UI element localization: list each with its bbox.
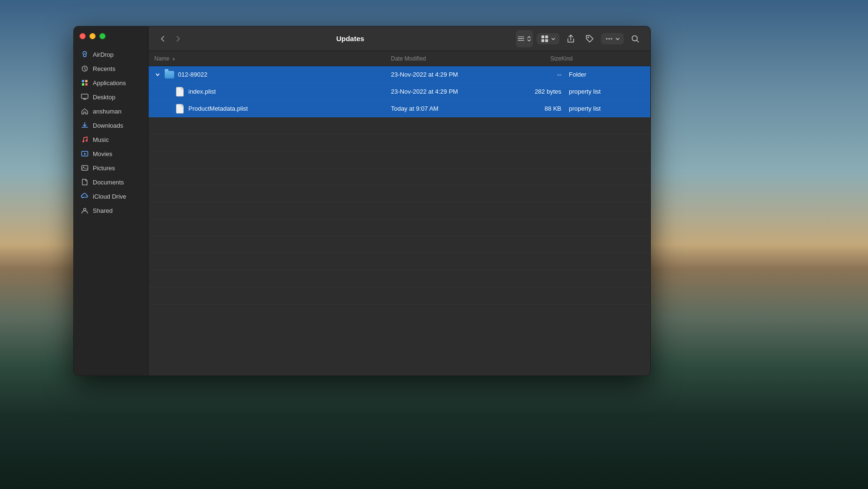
svg-point-8 (86, 140, 88, 142)
column-header-date[interactable]: Date Modified (391, 55, 500, 62)
svg-point-21 (606, 38, 608, 39)
sidebar-item-shared[interactable]: Shared (76, 204, 146, 217)
no-expand-2 (165, 105, 171, 112)
empty-row-6 (149, 202, 650, 219)
expand-button[interactable] (154, 71, 161, 78)
column-header-name[interactable]: Name ▲ (154, 55, 391, 62)
movies-icon (80, 149, 89, 158)
sidebar-item-desktop-label: Desktop (93, 94, 115, 101)
plist-icon (175, 87, 185, 96)
documents-icon (80, 178, 89, 186)
empty-row-3 (149, 151, 650, 168)
column-header-size[interactable]: Size (500, 55, 561, 62)
sidebar-item-home-label: anshuman (93, 108, 122, 115)
empty-row-8 (149, 236, 650, 253)
back-button[interactable] (156, 32, 169, 45)
column-header-kind[interactable]: Kind (561, 55, 645, 62)
downloads-icon (80, 121, 89, 130)
index-plist-date: 23-Nov-2022 at 4:29 PM (391, 88, 500, 95)
svg-rect-16 (541, 35, 544, 38)
sidebar-item-recents-label: Recents (93, 65, 115, 72)
sidebar-item-home[interactable]: anshuman (76, 105, 146, 118)
svg-rect-4 (82, 83, 84, 86)
traffic-lights (80, 33, 106, 39)
applications-icon (80, 79, 89, 87)
productmetadata-kind: property list (561, 105, 645, 112)
icon-view-toggle[interactable] (537, 33, 559, 44)
productmetadata-name-cell: ProductMetadata.plist (154, 104, 391, 114)
sidebar-item-downloads[interactable]: Downloads (76, 119, 146, 132)
no-expand (165, 88, 171, 95)
sidebar-item-documents[interactable]: Documents (76, 175, 146, 189)
sidebar-item-downloads-label: Downloads (93, 122, 123, 129)
sidebar-item-shared-label: Shared (93, 207, 113, 214)
sidebar-item-airdrop[interactable]: AirDrop (76, 48, 146, 61)
svg-point-24 (632, 35, 638, 41)
finder-window: AirDrop Recents Applications (73, 26, 651, 376)
share-button[interactable] (563, 31, 578, 46)
toolbar: Updates (149, 26, 650, 51)
svg-point-7 (82, 140, 84, 142)
desktop-icon (80, 93, 89, 101)
sidebar-item-documents-label: Documents (93, 179, 124, 186)
sidebar-item-music-label: Music (93, 136, 109, 143)
svg-rect-15 (518, 40, 524, 40)
shared-icon (80, 206, 89, 215)
forward-button[interactable] (171, 32, 185, 45)
empty-row-2 (149, 134, 650, 151)
search-button[interactable] (628, 31, 643, 46)
airdrop-icon (80, 50, 89, 59)
empty-row-4 (149, 168, 650, 185)
empty-row-10 (149, 271, 650, 288)
file-row-index-plist[interactable]: index.plist 23-Nov-2022 at 4:29 PM 282 b… (149, 83, 650, 100)
more-options-button[interactable] (601, 33, 624, 44)
sidebar-item-desktop[interactable]: Desktop (76, 90, 146, 104)
sidebar-item-icloud-drive-label: iCloud Drive (93, 193, 126, 200)
svg-point-0 (83, 54, 86, 57)
sidebar-item-pictures[interactable]: Pictures (76, 161, 146, 175)
sidebar-item-music[interactable]: Music (76, 133, 146, 146)
sidebar-item-movies-label: Movies (93, 150, 112, 157)
productmetadata-date: Today at 9:07 AM (391, 105, 500, 112)
tag-button[interactable] (582, 31, 597, 46)
svg-point-22 (609, 38, 610, 39)
svg-rect-18 (541, 39, 544, 42)
svg-rect-19 (545, 39, 548, 42)
svg-point-23 (611, 38, 612, 39)
folder-kind: Folder (561, 71, 645, 78)
window-title: Updates (190, 35, 510, 43)
sidebar-item-icloud-drive[interactable]: iCloud Drive (76, 190, 146, 203)
svg-rect-6 (81, 94, 88, 98)
file-row-productmetadata-plist[interactable]: ProductMetadata.plist Today at 9:07 AM 8… (149, 100, 650, 117)
file-row-folder[interactable]: 012-89022 23-Nov-2022 at 4:29 PM -- Fold… (149, 66, 650, 83)
home-icon (80, 107, 89, 115)
svg-point-20 (588, 36, 589, 38)
svg-rect-2 (82, 80, 84, 82)
column-headers: Name ▲ Date Modified Size Kind (149, 51, 650, 66)
svg-rect-17 (545, 35, 548, 38)
close-button[interactable] (80, 33, 86, 39)
pictures-icon (80, 164, 89, 172)
index-plist-size: 282 bytes (500, 88, 561, 95)
index-plist-name: index.plist (188, 88, 216, 95)
sidebar-item-applications[interactable]: Applications (76, 76, 146, 89)
sidebar-item-movies[interactable]: Movies (76, 147, 146, 160)
toolbar-actions (516, 30, 643, 47)
maximize-button[interactable] (99, 33, 106, 39)
empty-row-1 (149, 117, 650, 134)
recents-icon (80, 64, 89, 73)
folder-name-cell: 012-89022 (154, 70, 391, 79)
sidebar-item-pictures-label: Pictures (93, 165, 115, 172)
productmetadata-name: ProductMetadata.plist (188, 105, 248, 112)
svg-rect-10 (82, 166, 88, 170)
music-icon (80, 135, 89, 144)
nav-buttons (156, 32, 185, 45)
file-list[interactable]: 012-89022 23-Nov-2022 at 4:29 PM -- Fold… (149, 66, 650, 375)
svg-rect-13 (518, 36, 524, 37)
sidebar-item-airdrop-label: AirDrop (93, 51, 114, 58)
minimize-button[interactable] (89, 33, 96, 39)
cloud-icon (80, 192, 89, 201)
list-view-button[interactable] (517, 31, 532, 46)
list-view-toggle[interactable] (516, 30, 533, 47)
sidebar-item-recents[interactable]: Recents (76, 62, 146, 75)
